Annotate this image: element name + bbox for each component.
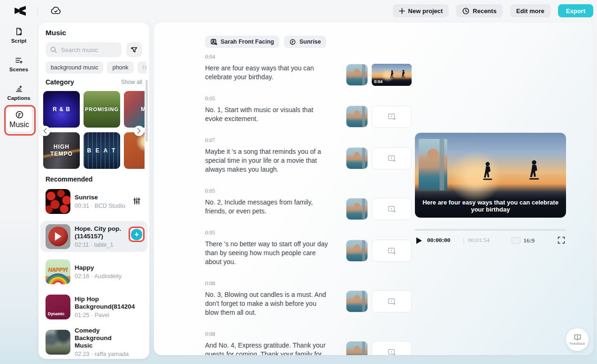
show-all-link[interactable]: Show all: [121, 79, 142, 85]
skater-silhouette-icon: [401, 69, 406, 79]
plus-icon: [399, 8, 405, 14]
play-icon: [55, 232, 61, 241]
track-row-comedy-background-music[interactable]: Comedy Background Music 02:23 · raffa ya…: [40, 326, 147, 357]
category-tile-high-tempo[interactable]: HIGH TEMPO: [43, 132, 80, 169]
feedback-button[interactable]: Feedback: [566, 328, 589, 351]
adjust-sliders-icon[interactable]: [133, 197, 141, 205]
cloud-sync-icon[interactable]: [50, 5, 62, 16]
video-add-icon: [388, 205, 396, 213]
track-meta: 01:25 · Pavel: [75, 312, 130, 318]
chip-sunrise[interactable]: Sunrise: [284, 36, 326, 48]
chip-sarah-front-facing[interactable]: Sarah Front Facing: [205, 36, 279, 48]
track-row-hope-city-pop[interactable]: Hope. City pop. (1145157) 02:11 · table_…: [40, 221, 147, 252]
category-tile-rnb[interactable]: R & B: [43, 91, 80, 128]
track-row-hip-hop-background[interactable]: Dynamic Hip Hop Background(814204 01:25 …: [40, 291, 147, 322]
track-name: Comedy Background Music: [75, 327, 130, 349]
sidebar-item-scenes[interactable]: Scenes: [0, 56, 38, 72]
category-tile-mark[interactable]: MARK: [124, 91, 145, 128]
preview-caption: Here are four easy ways that you can cel…: [415, 199, 566, 213]
track-row-sunrise[interactable]: Sunrise 00:31 · BCD Studio: [40, 186, 147, 217]
editor-main-card: Sarah Front Facing Sunrise 0:04 Here are…: [154, 23, 593, 355]
track-meta: 02:23 · raffa yamada: [75, 351, 130, 357]
video-thumbnail[interactable]: 0:04: [372, 64, 412, 86]
add-video-slot[interactable]: [372, 290, 412, 312]
script-segments: 0:04 Here are four easy ways that you ca…: [205, 53, 412, 355]
add-video-slot[interactable]: [372, 106, 412, 128]
sidebar-item-script[interactable]: Script: [0, 27, 38, 44]
sidebar-item-label: Captions: [7, 95, 30, 101]
edit-more-label: Edit more: [516, 8, 544, 15]
avatar-icon: [210, 38, 217, 46]
video-add-icon: [388, 298, 396, 305]
recommended-title: Recommended: [46, 175, 92, 183]
captions-icon: [15, 84, 23, 93]
sidebar-item-music[interactable]: Music: [7, 107, 32, 132]
current-time: 00:00:00: [427, 236, 451, 244]
recents-button[interactable]: Recents: [456, 4, 503, 17]
segment-text[interactable]: There 's no better way to start off your…: [205, 240, 331, 266]
panel-scrollbar[interactable]: [145, 80, 148, 142]
tag-background-music[interactable]: background music: [46, 61, 103, 74]
add-video-slot[interactable]: [372, 341, 412, 355]
track-row-happy[interactable]: HAPPY! Happy 02:16 · Audiodeity: [40, 256, 147, 287]
capcut-logo-icon[interactable]: [14, 6, 26, 16]
segment-text[interactable]: No. 3, Blowing out candles is a must. An…: [205, 290, 331, 317]
video-add-icon: [388, 349, 396, 356]
add-track-button[interactable]: +: [131, 229, 142, 240]
seek-bar[interactable]: [415, 229, 566, 231]
edit-more-button[interactable]: Edit more: [510, 4, 551, 17]
search-input[interactable]: [60, 46, 114, 54]
avatar-thumbnail[interactable]: [346, 240, 368, 262]
search-icon: [50, 46, 57, 53]
playback-controls: 00:00:00 | 00:01:54 16:9: [415, 236, 566, 246]
tag-ha[interactable]: Ha: [138, 61, 146, 74]
category-tile-beat[interactable]: B E A T: [84, 132, 120, 169]
add-video-slot[interactable]: [372, 240, 412, 262]
avatar-thumbnail[interactable]: [346, 341, 368, 355]
chip-label: Sarah Front Facing: [221, 38, 274, 45]
export-button[interactable]: Export: [558, 4, 593, 17]
sidebar-item-captions[interactable]: Captions: [0, 84, 38, 101]
segment-text[interactable]: No. 2, Include messages from family, fri…: [205, 198, 331, 216]
avatar-thumbnail[interactable]: [346, 147, 368, 169]
category-tile-lo[interactable]: LO: [124, 132, 145, 169]
video-add-icon: [388, 155, 396, 162]
fullscreen-button[interactable]: [558, 236, 565, 244]
avatar-thumbnail[interactable]: [346, 106, 368, 128]
add-video-slot[interactable]: [372, 198, 412, 220]
new-project-button[interactable]: New project: [393, 4, 449, 17]
segment-time: 0:07: [205, 137, 412, 144]
tag-phonk[interactable]: phonk: [107, 61, 133, 74]
thumb-text: Dynamic: [48, 311, 64, 316]
segment-text[interactable]: Here are four easy ways that you can cel…: [205, 64, 331, 82]
segment-time: 0:08: [205, 280, 412, 287]
avatar-thumbnail[interactable]: [346, 198, 368, 220]
picture-in-picture-avatar: [419, 139, 447, 190]
avatar-thumbnail[interactable]: [346, 64, 368, 86]
segment-text[interactable]: And No. 4, Express gratitude. Thank your…: [205, 341, 331, 355]
segment-text[interactable]: Maybe it 's a song that reminds you of a…: [205, 147, 331, 174]
carousel-right-arrow[interactable]: [134, 126, 144, 136]
play-button[interactable]: [416, 237, 422, 244]
music-panel: Music background music phonk Ha Category…: [38, 23, 149, 359]
feedback-bubble-icon: [574, 334, 582, 341]
video-preview[interactable]: Here are four easy ways that you can cel…: [415, 133, 566, 218]
topbar-divider: [38, 7, 38, 15]
filter-button[interactable]: [126, 42, 142, 57]
aspect-ratio-button[interactable]: 16:9: [512, 237, 535, 244]
category-tile-promising[interactable]: PROMISING: [84, 91, 120, 128]
segment-time: 0:04: [205, 53, 412, 61]
skater-silhouette-icon: [528, 159, 541, 183]
track-list: Sunrise 00:31 · BCD Studio Hope. City po…: [40, 186, 147, 359]
avatar-thumbnail[interactable]: [346, 290, 368, 312]
track-name: Hope. City pop. (1145157): [75, 225, 130, 240]
clock-icon: [462, 8, 469, 15]
total-time: 00:01:54: [468, 236, 490, 244]
sidebar-item-label: Script: [11, 38, 27, 44]
carousel-left-arrow[interactable]: [40, 126, 50, 136]
segment-4: 0:05 No. 2, Include messages from family…: [205, 188, 412, 216]
add-video-slot[interactable]: [372, 147, 412, 169]
export-label: Export: [566, 8, 585, 15]
segment-3: 0:07 Maybe it 's a song that reminds you…: [205, 137, 412, 174]
segment-text[interactable]: No. 1, Start with music or visuals that …: [205, 106, 331, 123]
